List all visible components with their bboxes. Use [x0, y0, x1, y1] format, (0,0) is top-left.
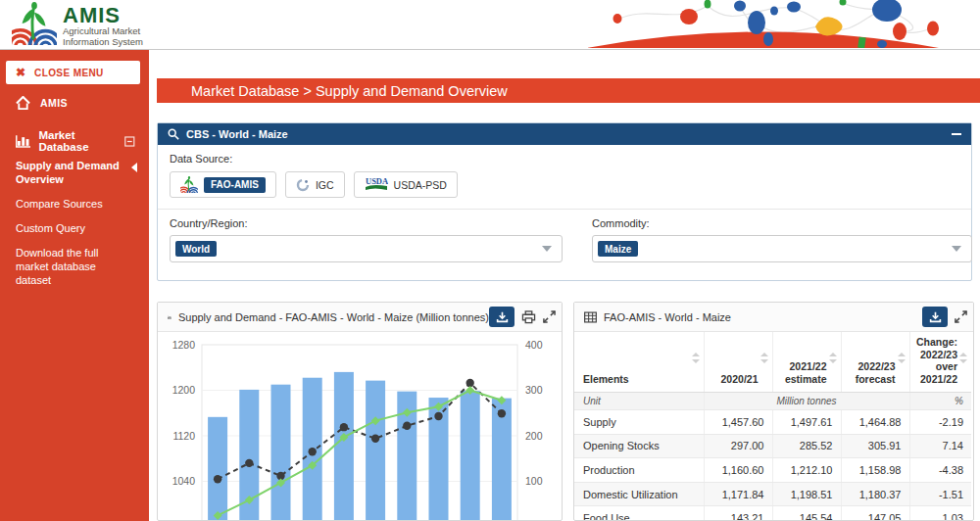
table-icon: [584, 311, 597, 323]
unit-row: Unit Million tonnes %: [574, 393, 971, 410]
sort-icon: [959, 353, 967, 363]
supply-demand-chart: 1280400120030011202001040100: [158, 331, 560, 521]
active-item-caret-icon: [131, 163, 137, 172]
country-selected-tag[interactable]: World: [175, 241, 217, 257]
sidebar-item-custom-query[interactable]: Custom Query: [16, 221, 137, 235]
sort-icon: [898, 353, 906, 363]
main-content: Market Database > Supply and Demand Over…: [149, 49, 980, 521]
collapse-panel-icon[interactable]: [952, 133, 961, 136]
sidebar-item-market-database[interactable]: Market Database: [16, 129, 135, 153]
column-header-2020-21[interactable]: 2020/21: [704, 332, 772, 393]
search-icon: [168, 128, 179, 140]
sidebar: ✖ CLOSE MENU AMIS Market Database: [0, 49, 149, 521]
table-panel-header: FAO-AMIS - World - Maize: [574, 303, 973, 332]
table-row-opening-stocks: Opening Stocks 297.00 285.52 305.91 7.14: [574, 434, 971, 458]
usda-logo-icon: USDA: [365, 176, 388, 193]
sort-icon: [829, 353, 837, 363]
svg-text:USDA: USDA: [366, 176, 388, 186]
data-source-buttons: FAO-AMIS IGC USDA USD: [170, 171, 959, 198]
svg-text:1200: 1200: [172, 384, 196, 396]
expand-table-button[interactable]: [955, 310, 967, 323]
fao-amis-logo-icon: [180, 176, 198, 193]
brand-name: AMIS: [63, 5, 143, 26]
divider: [158, 209, 971, 210]
sidebar-item-download-dataset[interactable]: Download the full market database datase…: [16, 246, 137, 287]
table-row-production: Production 1,160.60 1,212.10 1,158.98 -4…: [574, 458, 971, 483]
svg-text:1280: 1280: [172, 339, 196, 351]
column-header-2021-22-estimate[interactable]: 2021/22estimate: [772, 332, 841, 393]
table-panel-title: FAO-AMIS - World - Maize: [604, 311, 731, 323]
top-header: AMIS Agricultural Market Information Sys…: [0, 0, 980, 50]
table-row-supply: Supply 1,457.60 1,497.61 1,464.88 -2.19: [574, 410, 971, 435]
svg-text:400: 400: [525, 339, 543, 351]
amis-application-window: AMIS Agricultural Market Information Sys…: [0, 0, 980, 521]
brand-subtitle-line2: Information System: [63, 37, 143, 48]
download-icon: [929, 310, 942, 323]
svg-text:1120: 1120: [172, 430, 195, 442]
svg-text:1040: 1040: [172, 475, 196, 487]
printer-icon: [521, 310, 536, 324]
brand-subtitle-line1: Agricultural Market: [63, 26, 143, 37]
supply-demand-table: Elements 2020/21 2021/22estimate 2022/23…: [574, 332, 971, 521]
sort-icon: [760, 353, 768, 363]
expand-chart-button[interactable]: [543, 310, 556, 323]
cbs-panel-header: CBS - World - Maize: [158, 123, 971, 145]
bar-chart-icon: [168, 311, 172, 323]
sidebar-submenu: Supply and Demand Overview Compare Sourc…: [16, 159, 137, 298]
sidebar-item-compare-sources[interactable]: Compare Sources: [16, 197, 137, 211]
column-header-change[interactable]: Change:2022/23 over2021/22: [909, 332, 971, 393]
print-chart-button[interactable]: [521, 310, 536, 324]
svg-text:100: 100: [525, 475, 543, 487]
home-icon: [16, 96, 30, 110]
commodity-select[interactable]: Maize: [592, 235, 972, 262]
source-button-usda-psd[interactable]: USDA USDA-PSD: [354, 171, 458, 198]
supply-demand-chart-panel: Supply and Demand - FAO-AMIS - World - M…: [157, 302, 563, 521]
country-region-select[interactable]: World: [170, 235, 563, 262]
column-header-2022-23-forecast[interactable]: 2022/23forecast: [841, 332, 909, 393]
decorative-network-graphic: [588, 0, 980, 48]
data-source-label: Data Source:: [170, 153, 959, 165]
chart-panel-header: Supply and Demand - FAO-AMIS - World - M…: [158, 303, 562, 332]
source-button-igc[interactable]: IGC: [285, 171, 345, 198]
collapse-section-icon[interactable]: [124, 136, 135, 147]
breadcrumb: Market Database > Supply and Demand Over…: [157, 78, 980, 103]
sidebar-item-supply-and-demand-overview[interactable]: Supply and Demand Overview: [16, 159, 137, 186]
chevron-down-icon: [952, 246, 961, 252]
country-region-label: Country/Region:: [170, 217, 563, 229]
download-table-button[interactable]: [922, 307, 948, 327]
source-button-fao-amis[interactable]: FAO-AMIS: [170, 171, 276, 198]
sd-table-panel: FAO-AMIS - World - Maize: [573, 302, 974, 521]
expand-icon: [955, 310, 967, 323]
close-menu-button[interactable]: ✖ CLOSE MENU: [6, 61, 140, 84]
expand-icon: [543, 310, 556, 323]
download-icon: [496, 310, 509, 323]
column-header-elements[interactable]: Elements: [574, 332, 704, 393]
table-row-domestic-utilization: Domestic Utilization 1,171.84 1,198.51 1…: [574, 482, 971, 506]
svg-text:300: 300: [525, 384, 543, 396]
amis-logo[interactable]: AMIS Agricultural Market Information Sys…: [12, 2, 143, 47]
table-row-food-use: Food Use 143.21 145.54 147.05 1.03: [574, 506, 971, 521]
download-chart-button[interactable]: [489, 307, 514, 327]
chart-panel-title: Supply and Demand - FAO-AMIS - World - M…: [178, 311, 489, 323]
amis-logo-icon: [12, 2, 57, 45]
close-icon: ✖: [16, 66, 25, 79]
commodity-label: Commodity:: [592, 217, 972, 229]
sort-icon: [692, 353, 700, 363]
svg-text:200: 200: [525, 430, 543, 442]
sidebar-item-amis-home[interactable]: AMIS: [16, 96, 68, 110]
bar-chart-icon: [16, 134, 30, 148]
cbs-filter-panel: CBS - World - Maize Data Source: FAO-AMI…: [157, 122, 972, 281]
chevron-down-icon: [542, 246, 552, 252]
igc-logo-icon: [296, 178, 310, 192]
cbs-panel-title: CBS - World - Maize: [186, 128, 288, 140]
commodity-selected-tag[interactable]: Maize: [598, 241, 638, 257]
